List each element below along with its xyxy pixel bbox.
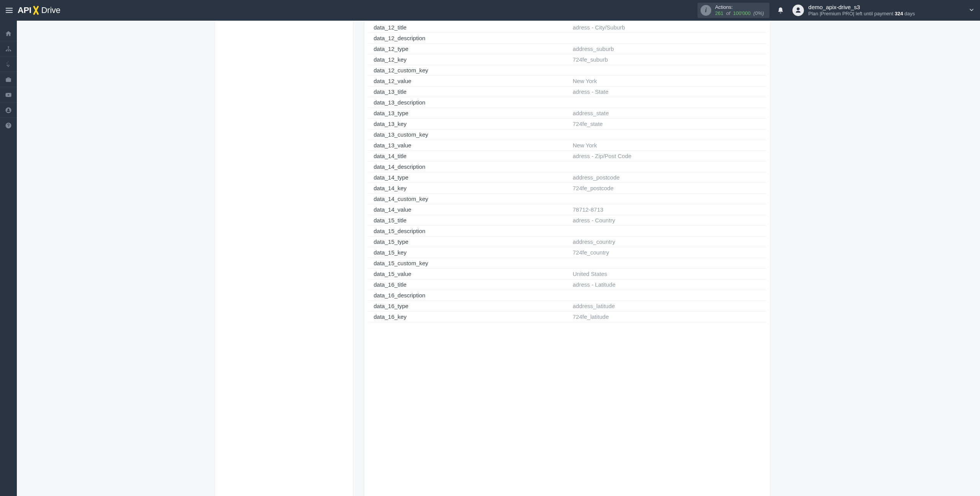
table-row: data_13_valueNew York	[368, 140, 766, 151]
field-key: data_15_value	[368, 269, 567, 279]
field-value: adress - Country	[567, 215, 766, 226]
actions-label: Actions:	[715, 4, 764, 10]
field-key: data_12_key	[368, 54, 567, 65]
field-value: address_latitude	[567, 301, 766, 312]
field-value: address_suburb	[567, 44, 766, 54]
table-row: data_12_key724fe_suburb	[368, 54, 766, 65]
nav-account[interactable]	[0, 103, 17, 118]
field-key: data_16_title	[368, 279, 567, 290]
field-value	[567, 290, 766, 301]
actions-counter[interactable]: i Actions: 261 of 100'000 (0%)	[697, 3, 769, 18]
user-menu[interactable]: demo_apix-drive_s3 Plan |Premium PRO| le…	[792, 4, 975, 17]
field-key: data_15_custom_key	[368, 258, 567, 269]
user-meta: demo_apix-drive_s3 Plan |Premium PRO| le…	[808, 4, 915, 17]
field-value: adress - Latitude	[567, 279, 766, 290]
nav-work[interactable]	[0, 72, 17, 87]
table-row: data_15_description	[368, 226, 766, 237]
table-row: data_15_custom_key	[368, 258, 766, 269]
table-row: data_16_typeaddress_latitude	[368, 301, 766, 312]
svg-point-5	[8, 50, 9, 51]
table-row: data_14_typeaddress_postcode	[368, 172, 766, 183]
table-row: data_12_typeaddress_suburb	[368, 44, 766, 54]
field-value: United States	[567, 269, 766, 279]
field-key: data_15_title	[368, 215, 567, 226]
table-row: data_13_typeaddress_state	[368, 108, 766, 119]
actions-of: of	[725, 10, 732, 16]
field-value	[567, 226, 766, 237]
plan-pre: Plan |Premium PRO| left until payment	[808, 11, 895, 16]
brand-logo[interactable]: API Drive	[18, 5, 60, 16]
table-row: data_13_description	[368, 97, 766, 108]
field-value: New York	[567, 140, 766, 151]
menu-toggle[interactable]	[3, 4, 15, 16]
table-row: data_12_valueNew York	[368, 76, 766, 86]
side-nav	[0, 21, 17, 496]
table-row: data_12_titleadress - City/Suburb	[368, 22, 766, 33]
field-value: 724fe_state	[567, 119, 766, 129]
field-key: data_13_key	[368, 119, 567, 129]
table-row: data_14_key724fe_postcode	[368, 183, 766, 194]
table-row: data_13_key724fe_state	[368, 119, 766, 129]
field-key: data_16_type	[368, 301, 567, 312]
user-name: demo_apix-drive_s3	[808, 4, 915, 11]
panel-row: data_12_titleadress - City/Suburbdata_12…	[215, 21, 782, 496]
nav-home[interactable]	[0, 26, 17, 41]
field-key: data_13_title	[368, 86, 567, 97]
field-key: data_16_description	[368, 290, 567, 301]
table-row: data_12_description	[368, 33, 766, 44]
brand-post: Drive	[41, 5, 60, 15]
field-value: 78712-8713	[567, 204, 766, 215]
nav-youtube[interactable]	[0, 87, 17, 103]
field-key: data_15_key	[368, 247, 567, 258]
field-value: adress - State	[567, 86, 766, 97]
table-row: data_16_titleadress - Latitude	[368, 279, 766, 290]
nav-help[interactable]	[0, 118, 17, 133]
svg-point-6	[10, 50, 11, 51]
table-row: data_15_key724fe_country	[368, 247, 766, 258]
info-icon: i	[701, 5, 711, 16]
field-value: 724fe_postcode	[567, 183, 766, 194]
nav-connections[interactable]	[0, 41, 17, 57]
field-key: data_14_key	[368, 183, 567, 194]
field-key: data_14_description	[368, 162, 567, 172]
field-value: address_country	[567, 237, 766, 247]
field-value	[567, 65, 766, 76]
field-value	[567, 258, 766, 269]
table-row: data_12_custom_key	[368, 65, 766, 76]
table-row: data_14_value78712-8713	[368, 204, 766, 215]
actions-max: 100'000	[733, 10, 751, 16]
field-key: data_13_description	[368, 97, 567, 108]
brand-pre: API	[18, 5, 31, 15]
mapping-panel: data_12_titleadress - City/Suburbdata_12…	[364, 21, 770, 496]
field-value: address_postcode	[567, 172, 766, 183]
table-row: data_15_titleadress - Country	[368, 215, 766, 226]
plan-post: days	[903, 11, 915, 16]
field-value	[567, 129, 766, 140]
actions-values: 261 of 100'000 (0%)	[715, 10, 764, 16]
table-row: data_16_key724fe_latitude	[368, 312, 766, 322]
brand-x-icon	[31, 5, 41, 16]
field-value	[567, 97, 766, 108]
table-row: data_15_typeaddress_country	[368, 237, 766, 247]
actions-current: 261	[715, 10, 724, 16]
field-value: 724fe_suburb	[567, 54, 766, 65]
field-key: data_12_type	[368, 44, 567, 54]
actions-text: Actions: 261 of 100'000 (0%)	[715, 4, 764, 16]
table-row: data_15_valueUnited States	[368, 269, 766, 279]
field-value	[567, 162, 766, 172]
table-row: data_14_custom_key	[368, 194, 766, 204]
actions-pct: (0%)	[752, 10, 764, 16]
table-row: data_14_titleadress - Zip/Post Code	[368, 151, 766, 162]
nav-billing[interactable]	[0, 57, 17, 72]
field-value: adress - City/Suburb	[567, 22, 766, 33]
field-value: adress - Zip/Post Code	[567, 151, 766, 162]
table-row: data_16_description	[368, 290, 766, 301]
field-key: data_16_key	[368, 312, 567, 322]
field-value: New York	[567, 76, 766, 86]
notifications-icon[interactable]	[776, 6, 785, 15]
field-key: data_13_value	[368, 140, 567, 151]
field-key: data_14_custom_key	[368, 194, 567, 204]
field-key: data_12_custom_key	[368, 65, 567, 76]
workspace: data_12_titleadress - City/Suburbdata_12…	[17, 21, 980, 496]
user-plan: Plan |Premium PRO| left until payment 32…	[808, 11, 915, 17]
